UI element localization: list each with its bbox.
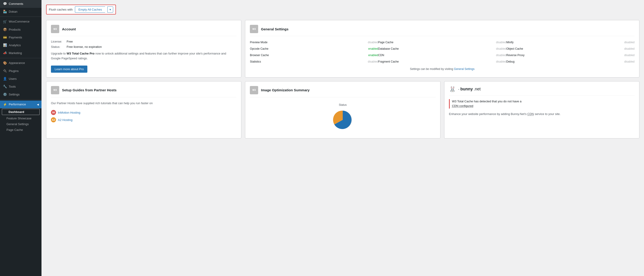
appearance-icon: 🎨	[3, 61, 7, 65]
account-desc-pre: Upgrade to	[51, 52, 66, 55]
sidebar-item-label: Analytics	[9, 43, 21, 47]
separator	[0, 16, 42, 17]
license-label: License:	[51, 40, 65, 43]
sidebar-item-label: Comments	[9, 2, 23, 6]
separator	[0, 99, 42, 100]
settings-icon: ⚙️	[3, 93, 7, 97]
chart-label: Status	[339, 103, 347, 107]
partner-item: A2A2 Hosting	[51, 116, 236, 124]
partner-icon: IM	[51, 110, 56, 115]
setting-value: disabled	[624, 47, 634, 50]
sidebar-item-plugins[interactable]: 🔌 Plugins	[0, 67, 42, 75]
sidebar-item-products[interactable]: 📦 Products	[0, 26, 42, 34]
settings-row: Statisticsdisabled	[250, 59, 378, 64]
partner-item: IMInMotion Hosting	[51, 109, 236, 116]
general-settings-card: W3 General Settings Preview Modedisabled…	[245, 20, 640, 78]
account-brand: W3 Total Cache Pro	[66, 52, 94, 55]
partner-list: IMInMotion HostingA2A2 Hosting	[51, 109, 236, 124]
main-content: Flush caches with Empty All Caches ▾ W3 …	[42, 0, 644, 276]
w3-cube-icon-gs: W3	[250, 25, 258, 33]
account-description: Upgrade to W3 Total Cache Pro now to unl…	[51, 51, 236, 61]
image-optimization-card: W3 Image Optimization Summary Status	[245, 81, 440, 138]
status-value: Free license, no expiration	[66, 45, 102, 48]
sidebar-item-label: Dokan	[9, 10, 18, 14]
setting-value: disabled	[496, 41, 506, 44]
setting-label: Minify	[506, 41, 623, 44]
partner-link[interactable]: A2 Hosting	[58, 118, 72, 122]
sidebar-item-marketing[interactable]: 📣 Marketing	[0, 49, 42, 57]
bunny-description: Enhance your website performance by addi…	[449, 112, 634, 117]
products-icon: 📦	[3, 28, 7, 32]
sidebar-item-tools[interactable]: 🔧 Tools	[0, 83, 42, 91]
sidebar-item-payments[interactable]: 💳 Payments	[0, 34, 42, 41]
general-settings-link[interactable]: General Settings	[454, 67, 474, 71]
analytics-icon: 📊	[3, 43, 7, 47]
settings-row: Opcode Cacheenabled	[250, 46, 378, 51]
performance-icon: ⚡	[3, 102, 7, 107]
sidebar-item-label: Plugins	[9, 69, 19, 73]
sidebar-item-dokan[interactable]: 🏪 Dokan	[0, 8, 42, 16]
img-opt-chart: Status	[250, 101, 436, 134]
setting-label: Page Cache	[378, 41, 495, 44]
dokan-icon: 🏪	[3, 10, 7, 14]
setting-value: disabled	[368, 60, 378, 63]
sidebar-item-label: Payments	[9, 35, 22, 40]
bunny-logo-icon: 🐰	[449, 86, 456, 93]
status-field: Status: Free license, no expiration	[51, 45, 236, 48]
setting-value: disabled	[624, 60, 634, 63]
flush-label: Flush caches with	[49, 8, 72, 11]
sidebar-item-label: Settings	[9, 93, 20, 97]
flush-bar-wrapper: Flush caches with Empty All Caches ▾	[46, 4, 116, 14]
settings-row: Object Cachedisabled	[506, 46, 634, 51]
sidebar-subitem-page-cache[interactable]: Page Cache	[0, 127, 42, 133]
sidebar-subitem-feature-showcase[interactable]: Feature Showcase	[0, 116, 42, 121]
setting-label: Statistics	[250, 60, 366, 63]
w3-cube-icon-sg: W3	[51, 86, 59, 94]
sidebar-item-label: Products	[9, 28, 20, 32]
settings-grid: Preview ModedisabledPage CachedisabledMi…	[250, 40, 634, 64]
sidebar-item-users[interactable]: 👤 Users	[0, 75, 42, 83]
setting-value: disabled	[624, 41, 634, 44]
separator	[0, 58, 42, 58]
sidebar-subitem-general-settings[interactable]: General Settings	[0, 121, 42, 127]
partner-link[interactable]: InMotion Hosting	[58, 111, 80, 114]
bunny-notice-text: W3 Total Cache has detected that you do …	[452, 100, 522, 108]
bunny-card: 🐰 ·bunny.net W3 Total Cache has detected…	[444, 81, 640, 138]
settings-row: Preview Modedisabled	[250, 40, 378, 45]
flush-bar: Flush caches with Empty All Caches ▾	[46, 4, 640, 15]
settings-row: CDNdisabled	[378, 53, 506, 58]
woocommerce-icon: 🛒	[3, 19, 7, 24]
setting-label: Database Cache	[378, 47, 495, 50]
gs-footer: Settings can be modified by visiting Gen…	[250, 67, 634, 71]
sidebar-subitem-dashboard[interactable]: Dashboard	[2, 109, 40, 115]
empty-all-caches-button[interactable]: Empty All Caches	[75, 6, 105, 13]
settings-row: Database Cachedisabled	[378, 46, 506, 51]
sidebar-item-comments[interactable]: 💬 Comments	[0, 0, 42, 8]
setting-value: disabled	[368, 41, 378, 44]
setting-label: Debug	[506, 60, 623, 63]
account-card: W3 Account License: Free Status: Free li…	[46, 20, 241, 78]
sidebar-item-appearance[interactable]: 🎨 Appearance	[0, 59, 42, 67]
sidebar-item-performance[interactable]: ⚡ Performance ◀	[0, 101, 42, 108]
setting-label: Reverse Proxy	[506, 54, 623, 57]
settings-row: Page Cachedisabled	[378, 40, 506, 45]
bunny-logo-text: ·bunny.net	[458, 87, 481, 92]
account-card-header: W3 Account	[51, 25, 236, 36]
setting-value: disabled	[496, 47, 506, 50]
tools-icon: 🔧	[3, 85, 7, 89]
setup-guides-desc: Our Partner Hosts have supplied rich tut…	[51, 101, 236, 106]
sidebar-item-woocommerce[interactable]: 🛒 WooCommerce	[0, 18, 42, 25]
cdn-abbreviation: CDN	[527, 112, 534, 116]
sidebar-item-label: Appearance	[9, 61, 25, 65]
license-field: License: Free	[51, 40, 236, 43]
general-settings-title: General Settings	[261, 27, 288, 31]
sidebar-item-label: Users	[9, 77, 16, 81]
setup-guides-title: Setup Guides from Partner Hosts	[62, 88, 117, 92]
sidebar-item-settings[interactable]: ⚙️ Settings	[0, 91, 42, 98]
flush-dropdown-button[interactable]: ▾	[108, 6, 113, 13]
setting-label: Object Cache	[506, 47, 623, 50]
sidebar-item-analytics[interactable]: 📊 Analytics	[0, 41, 42, 49]
learn-more-button[interactable]: Learn more about Pro	[51, 66, 87, 73]
partner-icon: A2	[51, 117, 56, 122]
setting-label: CDN	[378, 54, 495, 57]
